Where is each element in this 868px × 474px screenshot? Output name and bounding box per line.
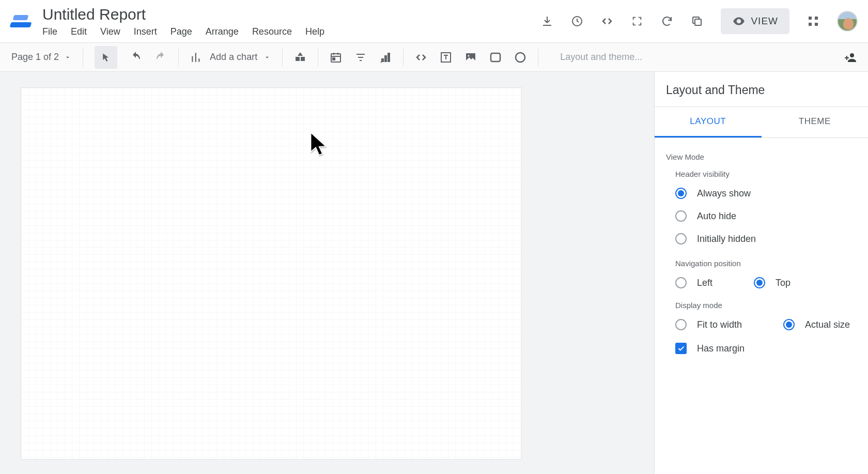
radio-icon <box>675 233 687 244</box>
embed-icon[interactable] <box>601 15 613 27</box>
header-visibility-group: Always show Auto hide Initially hidden <box>675 188 857 244</box>
menu-page[interactable]: Page <box>171 26 192 37</box>
document-title[interactable]: Untitled Report <box>42 6 324 23</box>
date-range-icon[interactable] <box>330 51 342 64</box>
radio-label: Initially hidden <box>697 234 756 244</box>
title-block: Untitled Report File Edit View Insert Pa… <box>42 6 324 37</box>
svg-rect-6 <box>296 57 300 61</box>
tab-layout[interactable]: LAYOUT <box>655 107 762 137</box>
radio-initially-hidden[interactable]: Initially hidden <box>675 233 857 244</box>
select-tool[interactable] <box>95 46 117 69</box>
nav-position-group: Left Top <box>675 277 857 288</box>
cursor-icon <box>308 132 329 157</box>
radio-label: Actual size <box>805 319 850 330</box>
menu-insert[interactable]: Insert <box>134 26 157 37</box>
circle-icon[interactable] <box>514 51 526 64</box>
side-panel: Layout and Theme LAYOUT THEME View Mode … <box>654 72 868 474</box>
svg-rect-16 <box>491 53 500 62</box>
menu-view[interactable]: View <box>100 26 120 37</box>
radio-icon <box>675 277 687 288</box>
checkbox-has-margin[interactable]: Has margin <box>675 343 857 354</box>
header-visibility-title: Header visibility <box>675 170 857 178</box>
svg-rect-3 <box>815 17 818 20</box>
svg-point-17 <box>516 53 525 62</box>
panel-tabs: LAYOUT THEME <box>655 107 868 138</box>
tab-theme[interactable]: THEME <box>762 107 869 137</box>
svg-rect-4 <box>809 23 812 26</box>
svg-point-15 <box>468 55 470 56</box>
data-control-icon[interactable] <box>379 51 392 64</box>
menu-arrange[interactable]: Arrange <box>206 26 239 37</box>
radio-icon <box>754 277 765 288</box>
url-embed-icon[interactable] <box>415 51 427 64</box>
user-avatar[interactable] <box>837 11 858 32</box>
radio-actual-size[interactable]: Actual size <box>783 319 850 330</box>
radio-nav-left[interactable]: Left <box>675 277 712 288</box>
header-actions: VIEW <box>541 8 858 34</box>
svg-rect-12 <box>388 53 390 62</box>
panel-content[interactable]: View Mode Header visibility Always show … <box>655 138 868 474</box>
canvas-area[interactable] <box>0 72 654 474</box>
toolbar: Page 1 of 2 Add a chart <box>0 43 868 72</box>
report-canvas[interactable] <box>21 87 522 460</box>
display-mode-title: Display mode <box>675 301 857 310</box>
layout-theme-button[interactable]: Layout and theme... <box>560 52 642 63</box>
display-mode-group: Fit to width Actual size <box>675 319 857 330</box>
add-chart-label: Add a chart <box>210 52 257 63</box>
view-button-label: VIEW <box>751 16 778 27</box>
rectangle-icon[interactable] <box>489 51 502 64</box>
radio-nav-top[interactable]: Top <box>754 277 791 288</box>
radio-fit-width[interactable]: Fit to width <box>675 319 742 330</box>
page-selector[interactable]: Page 1 of 2 <box>11 52 71 63</box>
main-area: Layout and Theme LAYOUT THEME View Mode … <box>0 72 868 474</box>
undo-button[interactable] <box>130 51 142 64</box>
svg-rect-5 <box>815 23 818 26</box>
apps-icon[interactable] <box>807 15 819 27</box>
svg-rect-2 <box>809 17 812 20</box>
view-button[interactable]: VIEW <box>721 8 789 34</box>
menu-edit[interactable]: Edit <box>71 26 87 37</box>
redo-button[interactable] <box>154 51 167 64</box>
fullscreen-icon[interactable] <box>631 15 643 27</box>
add-chart-button[interactable]: Add a chart <box>190 51 271 64</box>
radio-icon <box>783 319 795 330</box>
svg-rect-7 <box>301 57 305 61</box>
text-icon[interactable] <box>440 51 452 64</box>
view-mode-title: View Mode <box>666 152 857 161</box>
image-icon[interactable] <box>464 51 477 64</box>
radio-label: Left <box>697 278 712 288</box>
radio-icon <box>675 188 687 199</box>
app-header: Untitled Report File Edit View Insert Pa… <box>0 0 868 43</box>
panel-title: Layout and Theme <box>655 72 868 107</box>
history-icon[interactable] <box>571 15 583 27</box>
radio-auto-hide[interactable]: Auto hide <box>675 210 857 222</box>
filter-control-icon[interactable] <box>354 51 367 64</box>
nav-position-title: Navigation position <box>675 259 857 268</box>
radio-always-show[interactable]: Always show <box>675 188 857 199</box>
menu-file[interactable]: File <box>42 26 57 37</box>
refresh-icon[interactable] <box>661 15 673 27</box>
radio-label: Top <box>776 278 791 288</box>
menu-bar: File Edit View Insert Page Arrange Resou… <box>42 26 324 37</box>
checkbox-label: Has margin <box>697 343 745 354</box>
menu-help[interactable]: Help <box>305 26 324 37</box>
page-selector-label: Page 1 of 2 <box>11 52 59 63</box>
radio-label: Auto hide <box>697 211 736 222</box>
svg-rect-1 <box>695 19 701 25</box>
svg-rect-11 <box>384 55 387 62</box>
radio-icon <box>675 210 687 222</box>
svg-rect-9 <box>333 58 335 60</box>
radio-label: Always show <box>697 188 751 199</box>
download-icon[interactable] <box>541 15 553 27</box>
add-people-icon[interactable] <box>844 51 857 64</box>
radio-label: Fit to width <box>697 319 742 330</box>
checkbox-icon <box>675 343 687 354</box>
radio-icon <box>675 319 687 330</box>
community-visualizations-icon[interactable] <box>294 51 306 64</box>
menu-resource[interactable]: Resource <box>252 26 292 37</box>
app-logo <box>10 10 33 33</box>
copy-icon[interactable] <box>691 15 703 27</box>
